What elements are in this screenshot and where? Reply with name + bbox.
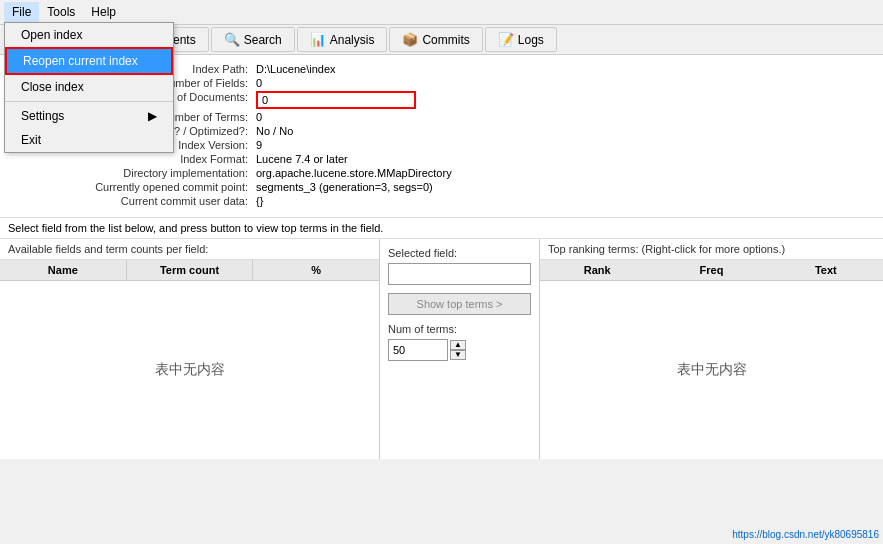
menu-bar: File Open index Reopen current index Clo… <box>0 0 883 25</box>
version-value: 9 <box>256 139 262 151</box>
tab-logs[interactable]: 📝 Logs <box>485 27 557 52</box>
selected-field-label: Selected field: <box>388 247 531 259</box>
deletions-value: No / No <box>256 125 293 137</box>
num-terms-input[interactable] <box>388 339 448 361</box>
tab-search[interactable]: 🔍 Search <box>211 27 295 52</box>
num-docs-value: 0 <box>256 91 416 109</box>
right-table-header: Rank Freq Text <box>540 260 883 281</box>
tab-commits[interactable]: 📦 Commits <box>389 27 482 52</box>
index-path-value: D:\Lucene\index <box>256 63 336 75</box>
commit-point-row: Currently opened commit point: segments_… <box>16 181 867 193</box>
left-table-body: 表中无内容 <box>0 281 379 459</box>
directory-value: org.apache.lucene.store.MMapDirectory <box>256 167 452 179</box>
num-terms-row: ▲ ▼ <box>388 339 531 361</box>
num-terms-value: 0 <box>256 111 262 123</box>
arrow-icon: ▶ <box>148 109 157 123</box>
right-panel: Top ranking terms: (Right-click for more… <box>540 239 883 459</box>
col-name: Name <box>0 260 127 280</box>
format-value: Lucene 7.4 or later <box>256 153 348 165</box>
file-menu-container: File Open index Reopen current index Clo… <box>4 2 39 22</box>
directory-row: Directory implementation: org.apache.luc… <box>16 167 867 179</box>
close-index-menu-item[interactable]: Close index <box>5 75 173 99</box>
file-dropdown: Open index Reopen current index Close in… <box>4 22 174 153</box>
format-label: Index Format: <box>16 153 256 165</box>
right-col-freq: Freq <box>654 260 768 280</box>
col-term-count: Term count <box>127 260 254 280</box>
open-index-menu-item[interactable]: Open index <box>5 23 173 47</box>
spin-down-button[interactable]: ▼ <box>450 350 466 360</box>
logs-icon: 📝 <box>498 32 514 47</box>
format-row: Index Format: Lucene 7.4 or later <box>16 153 867 165</box>
commit-user-label: Current commit user data: <box>16 195 256 207</box>
right-table-body: 表中无内容 <box>540 281 883 459</box>
right-empty-text: 表中无内容 <box>677 361 747 379</box>
left-panel: Available fields and term counts per fie… <box>0 239 380 459</box>
commit-point-value: segments_3 (generation=3, segs=0) <box>256 181 433 193</box>
show-top-terms-button[interactable]: Show top terms > <box>388 293 531 315</box>
spin-up-button[interactable]: ▲ <box>450 340 466 350</box>
commit-point-label: Currently opened commit point: <box>16 181 256 193</box>
notice-bar: Select field from the list below, and pr… <box>0 218 883 239</box>
commit-user-value: {} <box>256 195 263 207</box>
middle-panel: Selected field: Show top terms > Num of … <box>380 239 540 459</box>
tools-menu[interactable]: Tools <box>39 2 83 22</box>
right-panel-title: Top ranking terms: (Right-click for more… <box>540 239 883 260</box>
left-panel-title: Available fields and term counts per fie… <box>0 239 379 260</box>
tab-analysis[interactable]: 📊 Analysis <box>297 27 388 52</box>
right-col-text: Text <box>769 260 883 280</box>
bottom-panel: Available fields and term counts per fie… <box>0 239 883 459</box>
col-percent: % <box>253 260 379 280</box>
settings-menu-item[interactable]: Settings ▶ <box>5 104 173 128</box>
search-icon: 🔍 <box>224 32 240 47</box>
analysis-icon: 📊 <box>310 32 326 47</box>
left-empty-text: 表中无内容 <box>155 361 225 379</box>
directory-label: Directory implementation: <box>16 167 256 179</box>
num-terms-spinner: ▲ ▼ <box>450 340 466 360</box>
file-menu[interactable]: File <box>4 2 39 22</box>
left-table-header: Name Term count % <box>0 260 379 281</box>
commits-icon: 📦 <box>402 32 418 47</box>
num-of-terms-label: Num of terms: <box>388 323 531 335</box>
num-fields-value: 0 <box>256 77 262 89</box>
selected-field-input[interactable] <box>388 263 531 285</box>
commit-user-row: Current commit user data: {} <box>16 195 867 207</box>
menu-divider <box>5 101 173 102</box>
right-col-rank: Rank <box>540 260 654 280</box>
reopen-index-menu-item[interactable]: Reopen current index <box>5 47 173 75</box>
help-menu[interactable]: Help <box>83 2 124 22</box>
exit-menu-item[interactable]: Exit <box>5 128 173 152</box>
